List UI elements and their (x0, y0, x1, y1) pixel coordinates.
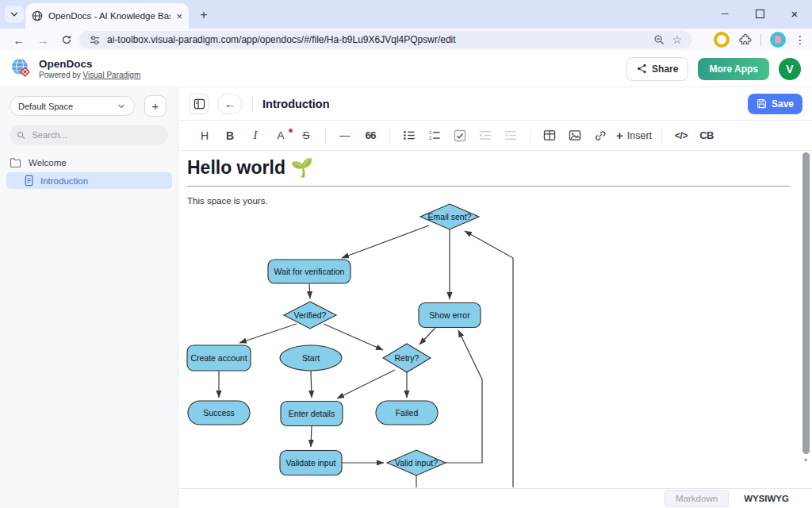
back-button[interactable]: ← (10, 31, 29, 48)
close-window-button[interactable]: × (777, 0, 812, 27)
flow-edge-verified-create-account (239, 324, 297, 343)
task-list-button[interactable] (449, 126, 471, 145)
vertical-scrollbar[interactable]: ▲ ▼ (800, 151, 811, 467)
divider (325, 129, 326, 143)
search-icon (17, 130, 25, 140)
table-button[interactable] (538, 126, 561, 145)
browser-tab[interactable]: OpenDocs - AI Knowledge Base × (25, 3, 189, 29)
flow-node-label-validate-input: Validate input (286, 458, 336, 468)
powered-by-prefix: Powered by (39, 71, 83, 79)
bold-button[interactable]: B (219, 126, 241, 145)
link-button[interactable] (589, 126, 611, 145)
search-input[interactable] (30, 129, 161, 140)
outdent-button[interactable] (500, 126, 522, 145)
reload-button[interactable] (57, 31, 76, 48)
brand-name: OpenDocs (39, 58, 140, 71)
text-color-button[interactable]: A (270, 126, 292, 145)
outdent-icon (504, 129, 517, 141)
window-controls: ─ × (707, 0, 812, 27)
doc-back-button[interactable]: ← (217, 94, 243, 114)
chevron-down-icon (9, 9, 20, 20)
heading-button[interactable]: H (193, 126, 216, 145)
tab-title: OpenDocs - AI Knowledge Base (48, 11, 170, 21)
profile-avatar[interactable] (770, 32, 786, 48)
chevron-down-icon (117, 102, 126, 111)
image-button[interactable] (564, 126, 586, 145)
numbered-list-button[interactable]: 1 2 (423, 126, 446, 145)
browser-urlbar: ← → ai-toolbox.visual-paradigm.com/app/o… (0, 29, 812, 52)
divider (252, 96, 253, 112)
globe-favicon-icon (32, 10, 43, 21)
omnibox[interactable]: ai-toolbox.visual-paradigm.com/app/opend… (79, 31, 691, 48)
divider (530, 129, 530, 143)
forward-button[interactable]: → (33, 31, 52, 48)
color-dot-icon (289, 129, 293, 133)
flow-node-label-create-account: Create account (190, 353, 247, 363)
opendocs-logo (11, 58, 33, 79)
space-selector[interactable]: Default Space (10, 96, 135, 116)
horizontal-rule-button[interactable]: — (334, 126, 356, 145)
blockquote-button[interactable]: 66 (359, 126, 381, 145)
maximize-button[interactable] (742, 0, 777, 27)
link-icon (594, 129, 607, 142)
scroll-down-arrow[interactable]: ▼ (800, 454, 811, 465)
wysiwyg-mode-tab[interactable]: WYSIWYG (733, 491, 799, 506)
flow-edge-email-sent-wait-verification (342, 225, 429, 258)
sidebar-item-welcome[interactable]: Welcome (10, 157, 67, 167)
flow-edge-retry-enter-details (337, 370, 395, 398)
header-actions: Share More Apps V (626, 57, 801, 81)
code-block-button[interactable]: CB (695, 126, 718, 145)
indent-button[interactable] (474, 126, 496, 145)
flow-edge-valid-input-show-error (446, 330, 482, 463)
extensions-puzzle-icon[interactable] (738, 33, 752, 47)
extension-ring-icon[interactable] (714, 32, 730, 48)
save-button[interactable]: Save (748, 94, 802, 114)
search-box[interactable] (10, 125, 168, 144)
minimize-button[interactable]: ─ (707, 0, 742, 27)
document-content[interactable]: Hello world 🌱 This space is yours. Email… (179, 151, 812, 487)
flow-node-label-verified: Verified? (294, 310, 327, 320)
flow-node-label-valid-input: Valid input? (395, 458, 438, 468)
panel-toggle-icon (193, 98, 205, 110)
italic-button[interactable]: I (244, 126, 266, 145)
tab-search-button[interactable] (5, 6, 24, 23)
share-icon (637, 64, 647, 74)
save-label: Save (772, 98, 794, 110)
text-color-label: A (277, 129, 284, 141)
zoom-icon[interactable] (653, 34, 665, 46)
markdown-mode-tab[interactable]: Markdown (665, 490, 729, 507)
more-apps-button[interactable]: More Apps (698, 58, 769, 80)
bullet-list-button[interactable] (398, 126, 420, 145)
checkbox-list-icon (454, 129, 466, 142)
image-icon (569, 129, 581, 141)
toggle-sidebar-button[interactable] (189, 94, 209, 114)
numbered-list-icon: 1 2 (428, 129, 441, 141)
user-avatar[interactable]: V (779, 58, 801, 80)
insert-button[interactable]: + Insert (615, 126, 653, 145)
browser-window: OpenDocs - AI Knowledge Base × + ─ × ← → (0, 0, 812, 508)
flow-node-label-success: Success (203, 408, 235, 418)
tab-close-icon[interactable]: × (176, 11, 182, 21)
add-page-button[interactable]: + (144, 95, 167, 117)
plus-icon: + (616, 129, 623, 142)
formatting-toolbar: H B I A S — 66 1 2 (179, 121, 812, 151)
share-label: Share (652, 64, 678, 75)
flow-node-label-wait-verification: Wait for verification (274, 267, 345, 276)
scrollbar-thumb[interactable] (802, 152, 810, 454)
brand-block: OpenDocs Powered by Visual Paradigm (39, 58, 140, 79)
flow-edge-verified-retry (324, 324, 383, 350)
browser-menu-icon[interactable]: ⋮ (795, 33, 806, 46)
strikethrough-button[interactable]: S (295, 126, 317, 145)
flowchart-diagram[interactable]: Email sent?Wait for verificationVerified… (179, 151, 799, 487)
new-tab-button[interactable]: + (195, 6, 213, 24)
app-header: OpenDocs Powered by Visual Paradigm Shar… (0, 51, 812, 87)
inline-code-button[interactable]: </> (670, 126, 692, 145)
sidebar: Default Space + Welcome Introductio (0, 87, 178, 508)
bookmark-star-icon[interactable]: ☆ (672, 33, 682, 46)
sidebar-item-introduction[interactable]: Introduction (6, 172, 172, 189)
visual-paradigm-link[interactable]: Visual Paradigm (83, 71, 141, 79)
divider (661, 129, 662, 143)
sidebar-item-label: Welcome (29, 158, 67, 167)
share-button[interactable]: Share (626, 57, 688, 81)
indent-icon (479, 129, 492, 141)
